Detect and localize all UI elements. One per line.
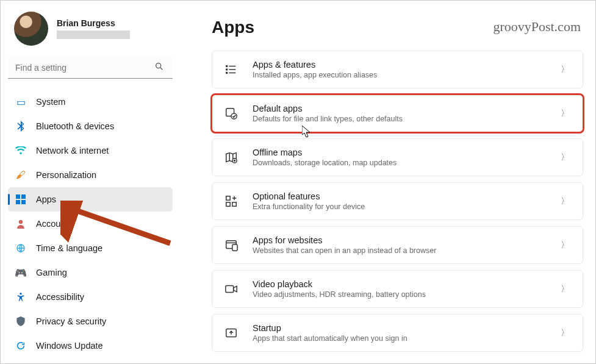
chevron-right-icon: 〉: [561, 284, 569, 294]
nav-item-system[interactable]: ▭System: [8, 90, 173, 114]
card-title: Default apps: [253, 104, 547, 113]
profile-name: Brian Burgess: [57, 18, 130, 28]
video-icon: [223, 281, 239, 297]
card-subtitle: Defaults for file and link types, other …: [253, 115, 547, 123]
apps-websites-icon: [223, 237, 239, 253]
svg-rect-18: [226, 196, 230, 200]
main-content: Apps Apps & featuresInstalled apps, app …: [190, 1, 595, 364]
card-title: Optional features: [253, 191, 547, 201]
card-offline-maps[interactable]: Offline mapsDownloads, storage location,…: [212, 138, 583, 176]
svg-rect-4: [16, 200, 20, 204]
card-startup[interactable]: StartupApps that start automatically whe…: [212, 314, 583, 352]
person-icon: [15, 218, 26, 229]
nav-item-network[interactable]: Network & internet: [8, 138, 173, 163]
bluetooth-icon: [15, 121, 26, 132]
nav-item-apps[interactable]: Apps: [8, 187, 173, 212]
chevron-right-icon: 〉: [561, 152, 569, 163]
apps-icon: [15, 194, 26, 205]
nav-item-gaming[interactable]: 🎮Gaming: [8, 260, 173, 285]
nav-list: ▭System Bluetooth & devices Network & in…: [8, 90, 184, 358]
watermark: groovyPost.com: [493, 19, 581, 35]
svg-point-8: [20, 293, 21, 294]
svg-point-9: [226, 65, 228, 66]
search-container: [8, 57, 178, 79]
chevron-right-icon: 〉: [561, 240, 569, 251]
nav-item-accessibility[interactable]: Accessibility: [8, 285, 173, 309]
map-icon: [223, 149, 239, 165]
startup-icon: [223, 325, 239, 341]
sidebar: Brian Burgess ▭System Bluetooth & device…: [1, 1, 184, 363]
svg-point-11: [226, 69, 228, 70]
card-subtitle: Apps that start automatically when you s…: [253, 334, 547, 343]
shield-icon: [15, 316, 26, 327]
card-subtitle: Downloads, storage location, map updates: [253, 159, 547, 167]
card-default-apps[interactable]: Default appsDefaults for file and link t…: [212, 95, 583, 132]
card-title: Startup: [253, 323, 547, 333]
card-optional-features[interactable]: Optional featuresExtra functionality for…: [212, 182, 583, 220]
chevron-right-icon: 〉: [561, 64, 569, 75]
card-title: Apps for websites: [253, 235, 547, 245]
chevron-right-icon: 〉: [561, 196, 569, 207]
avatar: [14, 12, 48, 46]
accessibility-icon: [15, 291, 26, 302]
search-input[interactable]: [8, 57, 173, 79]
svg-point-6: [19, 220, 23, 224]
nav-item-accounts[interactable]: Accounts: [8, 212, 173, 236]
card-subtitle: Websites that can open in an app instead…: [253, 246, 547, 255]
default-apps-icon: [223, 105, 239, 121]
nav-item-time-language[interactable]: Time & language: [8, 236, 173, 260]
chevron-right-icon: 〉: [561, 108, 569, 119]
card-subtitle: Video adjustments, HDR streaming, batter…: [253, 290, 547, 299]
list-icon: [223, 62, 239, 77]
search-icon: [154, 62, 164, 74]
card-title: Apps & features: [253, 60, 547, 70]
optional-features-icon: [223, 193, 239, 209]
svg-rect-19: [226, 202, 230, 206]
svg-rect-24: [226, 286, 234, 293]
profile-email-redacted: [57, 30, 130, 39]
card-apps-websites[interactable]: Apps for websitesWebsites that can open …: [212, 226, 583, 264]
card-title: Video playback: [253, 279, 547, 289]
card-apps-features[interactable]: Apps & featuresInstalled apps, app execu…: [212, 51, 583, 88]
svg-line-1: [160, 68, 162, 70]
system-icon: ▭: [15, 96, 26, 107]
update-icon: [15, 340, 26, 351]
svg-rect-23: [232, 244, 237, 251]
nav-item-personalization[interactable]: 🖌Personalization: [8, 163, 173, 187]
svg-point-16: [231, 113, 237, 119]
svg-rect-2: [16, 194, 20, 199]
svg-rect-5: [21, 200, 26, 204]
wifi-icon: [15, 145, 26, 156]
card-video-playback[interactable]: Video playbackVideo adjustments, HDR str…: [212, 270, 583, 308]
chevron-right-icon: 〉: [561, 327, 569, 338]
nav-item-bluetooth[interactable]: Bluetooth & devices: [8, 114, 173, 138]
svg-rect-3: [21, 194, 26, 199]
svg-rect-20: [232, 202, 236, 206]
brush-icon: 🖌: [15, 170, 26, 180]
card-subtitle: Extra functionality for your device: [253, 202, 547, 211]
svg-point-0: [156, 63, 161, 68]
svg-point-13: [226, 72, 228, 73]
profile-block[interactable]: Brian Burgess: [8, 8, 184, 57]
nav-item-privacy[interactable]: Privacy & security: [8, 309, 173, 334]
globe-icon: [15, 243, 26, 254]
gamepad-icon: 🎮: [15, 267, 26, 278]
nav-item-windows-update[interactable]: Windows Update: [8, 334, 173, 358]
card-title: Offline maps: [253, 148, 547, 157]
card-subtitle: Installed apps, app execution aliases: [253, 71, 547, 79]
